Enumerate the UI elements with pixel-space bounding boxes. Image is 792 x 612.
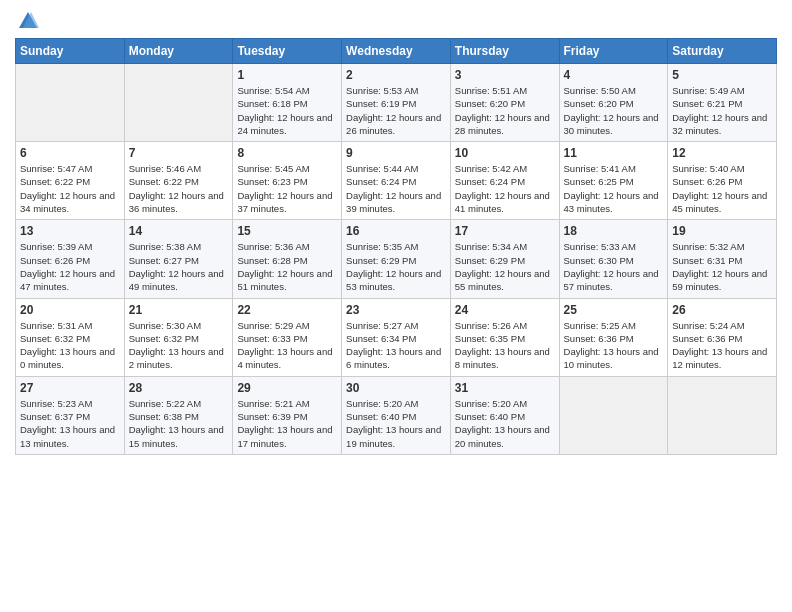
day-number: 20 xyxy=(20,303,120,317)
calendar-cell: 27Sunrise: 5:23 AM Sunset: 6:37 PM Dayli… xyxy=(16,376,125,454)
calendar-week-row: 1Sunrise: 5:54 AM Sunset: 6:18 PM Daylig… xyxy=(16,64,777,142)
day-info: Sunrise: 5:26 AM Sunset: 6:35 PM Dayligh… xyxy=(455,319,555,372)
day-info: Sunrise: 5:20 AM Sunset: 6:40 PM Dayligh… xyxy=(346,397,446,450)
day-number: 15 xyxy=(237,224,337,238)
calendar-cell xyxy=(124,64,233,142)
day-of-week-header: Monday xyxy=(124,39,233,64)
day-number: 18 xyxy=(564,224,664,238)
calendar-cell: 9Sunrise: 5:44 AM Sunset: 6:24 PM Daylig… xyxy=(342,142,451,220)
day-info: Sunrise: 5:25 AM Sunset: 6:36 PM Dayligh… xyxy=(564,319,664,372)
day-of-week-header: Tuesday xyxy=(233,39,342,64)
day-number: 7 xyxy=(129,146,229,160)
calendar-week-row: 20Sunrise: 5:31 AM Sunset: 6:32 PM Dayli… xyxy=(16,298,777,376)
day-number: 16 xyxy=(346,224,446,238)
logo-icon xyxy=(17,10,39,32)
day-info: Sunrise: 5:34 AM Sunset: 6:29 PM Dayligh… xyxy=(455,240,555,293)
day-number: 1 xyxy=(237,68,337,82)
day-info: Sunrise: 5:45 AM Sunset: 6:23 PM Dayligh… xyxy=(237,162,337,215)
calendar-cell: 15Sunrise: 5:36 AM Sunset: 6:28 PM Dayli… xyxy=(233,220,342,298)
day-info: Sunrise: 5:40 AM Sunset: 6:26 PM Dayligh… xyxy=(672,162,772,215)
day-info: Sunrise: 5:49 AM Sunset: 6:21 PM Dayligh… xyxy=(672,84,772,137)
calendar-week-row: 13Sunrise: 5:39 AM Sunset: 6:26 PM Dayli… xyxy=(16,220,777,298)
day-info: Sunrise: 5:24 AM Sunset: 6:36 PM Dayligh… xyxy=(672,319,772,372)
calendar-cell: 6Sunrise: 5:47 AM Sunset: 6:22 PM Daylig… xyxy=(16,142,125,220)
calendar-cell: 12Sunrise: 5:40 AM Sunset: 6:26 PM Dayli… xyxy=(668,142,777,220)
logo xyxy=(15,10,39,32)
day-info: Sunrise: 5:51 AM Sunset: 6:20 PM Dayligh… xyxy=(455,84,555,137)
calendar-cell: 11Sunrise: 5:41 AM Sunset: 6:25 PM Dayli… xyxy=(559,142,668,220)
calendar-cell: 24Sunrise: 5:26 AM Sunset: 6:35 PM Dayli… xyxy=(450,298,559,376)
day-number: 13 xyxy=(20,224,120,238)
day-number: 27 xyxy=(20,381,120,395)
calendar-cell: 7Sunrise: 5:46 AM Sunset: 6:22 PM Daylig… xyxy=(124,142,233,220)
day-info: Sunrise: 5:53 AM Sunset: 6:19 PM Dayligh… xyxy=(346,84,446,137)
day-number: 25 xyxy=(564,303,664,317)
day-number: 26 xyxy=(672,303,772,317)
day-info: Sunrise: 5:47 AM Sunset: 6:22 PM Dayligh… xyxy=(20,162,120,215)
calendar-header-row: SundayMondayTuesdayWednesdayThursdayFrid… xyxy=(16,39,777,64)
day-info: Sunrise: 5:29 AM Sunset: 6:33 PM Dayligh… xyxy=(237,319,337,372)
day-number: 12 xyxy=(672,146,772,160)
calendar-week-row: 27Sunrise: 5:23 AM Sunset: 6:37 PM Dayli… xyxy=(16,376,777,454)
calendar-cell: 19Sunrise: 5:32 AM Sunset: 6:31 PM Dayli… xyxy=(668,220,777,298)
calendar-cell: 3Sunrise: 5:51 AM Sunset: 6:20 PM Daylig… xyxy=(450,64,559,142)
calendar-cell: 28Sunrise: 5:22 AM Sunset: 6:38 PM Dayli… xyxy=(124,376,233,454)
calendar-cell: 16Sunrise: 5:35 AM Sunset: 6:29 PM Dayli… xyxy=(342,220,451,298)
calendar-cell: 2Sunrise: 5:53 AM Sunset: 6:19 PM Daylig… xyxy=(342,64,451,142)
calendar-cell: 14Sunrise: 5:38 AM Sunset: 6:27 PM Dayli… xyxy=(124,220,233,298)
day-of-week-header: Saturday xyxy=(668,39,777,64)
calendar-cell: 29Sunrise: 5:21 AM Sunset: 6:39 PM Dayli… xyxy=(233,376,342,454)
day-number: 11 xyxy=(564,146,664,160)
day-of-week-header: Wednesday xyxy=(342,39,451,64)
calendar-cell: 30Sunrise: 5:20 AM Sunset: 6:40 PM Dayli… xyxy=(342,376,451,454)
day-number: 22 xyxy=(237,303,337,317)
calendar-cell: 21Sunrise: 5:30 AM Sunset: 6:32 PM Dayli… xyxy=(124,298,233,376)
calendar-cell: 22Sunrise: 5:29 AM Sunset: 6:33 PM Dayli… xyxy=(233,298,342,376)
day-number: 4 xyxy=(564,68,664,82)
calendar-cell: 13Sunrise: 5:39 AM Sunset: 6:26 PM Dayli… xyxy=(16,220,125,298)
calendar-cell: 25Sunrise: 5:25 AM Sunset: 6:36 PM Dayli… xyxy=(559,298,668,376)
calendar-cell: 5Sunrise: 5:49 AM Sunset: 6:21 PM Daylig… xyxy=(668,64,777,142)
day-info: Sunrise: 5:22 AM Sunset: 6:38 PM Dayligh… xyxy=(129,397,229,450)
day-info: Sunrise: 5:42 AM Sunset: 6:24 PM Dayligh… xyxy=(455,162,555,215)
calendar-cell: 31Sunrise: 5:20 AM Sunset: 6:40 PM Dayli… xyxy=(450,376,559,454)
calendar-cell xyxy=(559,376,668,454)
day-number: 2 xyxy=(346,68,446,82)
calendar-cell xyxy=(668,376,777,454)
day-number: 9 xyxy=(346,146,446,160)
day-of-week-header: Friday xyxy=(559,39,668,64)
day-info: Sunrise: 5:54 AM Sunset: 6:18 PM Dayligh… xyxy=(237,84,337,137)
day-of-week-header: Thursday xyxy=(450,39,559,64)
calendar-cell: 8Sunrise: 5:45 AM Sunset: 6:23 PM Daylig… xyxy=(233,142,342,220)
day-number: 31 xyxy=(455,381,555,395)
day-of-week-header: Sunday xyxy=(16,39,125,64)
day-info: Sunrise: 5:32 AM Sunset: 6:31 PM Dayligh… xyxy=(672,240,772,293)
day-info: Sunrise: 5:30 AM Sunset: 6:32 PM Dayligh… xyxy=(129,319,229,372)
day-info: Sunrise: 5:44 AM Sunset: 6:24 PM Dayligh… xyxy=(346,162,446,215)
calendar-week-row: 6Sunrise: 5:47 AM Sunset: 6:22 PM Daylig… xyxy=(16,142,777,220)
header xyxy=(15,10,777,32)
day-number: 17 xyxy=(455,224,555,238)
day-info: Sunrise: 5:31 AM Sunset: 6:32 PM Dayligh… xyxy=(20,319,120,372)
day-number: 23 xyxy=(346,303,446,317)
day-info: Sunrise: 5:46 AM Sunset: 6:22 PM Dayligh… xyxy=(129,162,229,215)
day-number: 30 xyxy=(346,381,446,395)
day-number: 28 xyxy=(129,381,229,395)
day-number: 5 xyxy=(672,68,772,82)
day-number: 10 xyxy=(455,146,555,160)
calendar-cell: 23Sunrise: 5:27 AM Sunset: 6:34 PM Dayli… xyxy=(342,298,451,376)
calendar-table: SundayMondayTuesdayWednesdayThursdayFrid… xyxy=(15,38,777,455)
day-number: 24 xyxy=(455,303,555,317)
day-number: 29 xyxy=(237,381,337,395)
calendar-cell: 10Sunrise: 5:42 AM Sunset: 6:24 PM Dayli… xyxy=(450,142,559,220)
calendar-cell: 17Sunrise: 5:34 AM Sunset: 6:29 PM Dayli… xyxy=(450,220,559,298)
calendar-cell: 4Sunrise: 5:50 AM Sunset: 6:20 PM Daylig… xyxy=(559,64,668,142)
day-number: 21 xyxy=(129,303,229,317)
calendar-body: 1Sunrise: 5:54 AM Sunset: 6:18 PM Daylig… xyxy=(16,64,777,455)
calendar-cell: 26Sunrise: 5:24 AM Sunset: 6:36 PM Dayli… xyxy=(668,298,777,376)
day-number: 6 xyxy=(20,146,120,160)
day-info: Sunrise: 5:50 AM Sunset: 6:20 PM Dayligh… xyxy=(564,84,664,137)
calendar-cell: 20Sunrise: 5:31 AM Sunset: 6:32 PM Dayli… xyxy=(16,298,125,376)
day-info: Sunrise: 5:41 AM Sunset: 6:25 PM Dayligh… xyxy=(564,162,664,215)
day-info: Sunrise: 5:36 AM Sunset: 6:28 PM Dayligh… xyxy=(237,240,337,293)
